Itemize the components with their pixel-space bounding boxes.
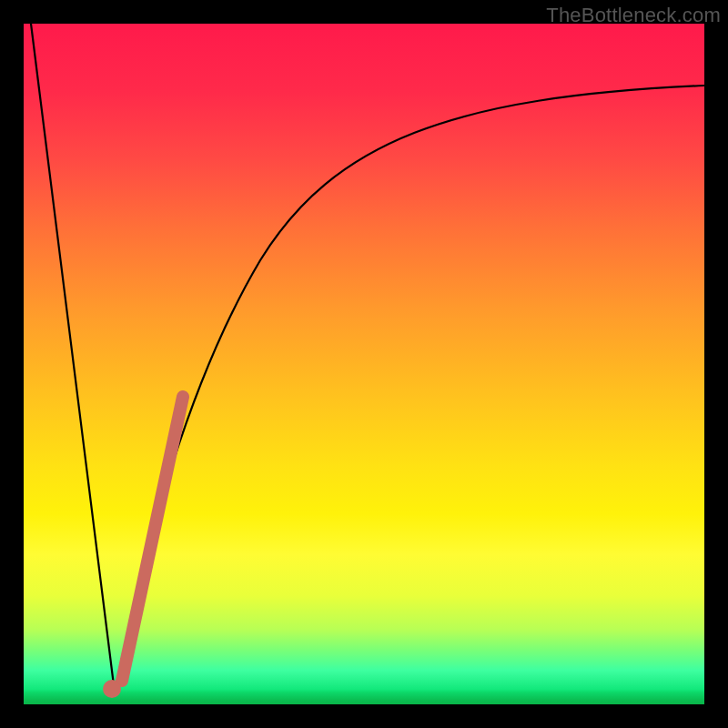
curve-layer <box>24 24 704 704</box>
bottleneck-curve-left <box>31 24 115 693</box>
chart-frame: TheBottleneck.com <box>0 0 728 728</box>
accent-segment <box>122 397 183 681</box>
bottleneck-curve-right <box>115 86 704 693</box>
gradient-background <box>24 24 704 704</box>
accent-dot <box>103 680 121 698</box>
